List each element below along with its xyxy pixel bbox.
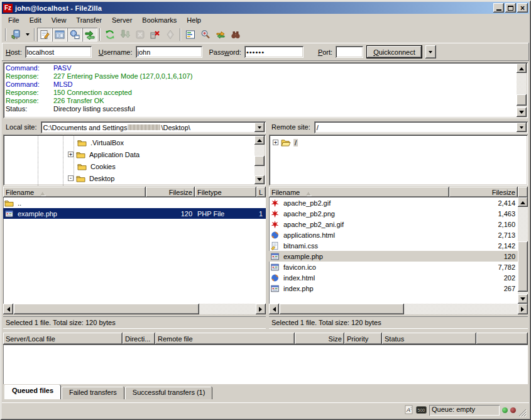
menu-bookmarks[interactable]: Bookmarks — [137, 14, 182, 26]
reconnect-button[interactable] — [163, 28, 178, 41]
log-scrollbar[interactable] — [517, 64, 527, 117]
remote-site-dropdown-button[interactable] — [517, 123, 527, 132]
site-manager-dropdown-button[interactable] — [23, 28, 32, 41]
scroll-thumb[interactable] — [255, 156, 265, 166]
file-row[interactable]: favicon.ico 7,782 — [269, 262, 518, 272]
collapse-icon[interactable]: - — [68, 175, 74, 181]
scroll-thumb[interactable] — [14, 304, 199, 314]
log-line: Command:MLSD — [6, 80, 515, 89]
username-input[interactable] — [136, 46, 202, 58]
menu-edit[interactable]: Edit — [25, 14, 47, 26]
scroll-left-button[interactable] — [3, 304, 13, 314]
menu-server[interactable]: Server — [107, 14, 137, 26]
tree-item-root[interactable]: + / — [273, 136, 298, 148]
local-tree-scrollbar[interactable] — [255, 136, 265, 184]
local-site-label: Local site: — [3, 122, 41, 133]
column-header-filesize[interactable]: Filesize — [449, 187, 518, 197]
tree-item-virtualbox[interactable]: .VirtualBox — [77, 136, 125, 148]
menu-file[interactable]: File — [3, 14, 25, 26]
expand-icon[interactable]: + — [273, 140, 278, 145]
scroll-left-button[interactable] — [269, 304, 279, 314]
scroll-down-button[interactable] — [517, 108, 527, 117]
remote-path: / — [317, 124, 319, 131]
transfer-queue: Server/Local file Directi... Remote file… — [3, 333, 528, 399]
queue-status: Queue: empty — [429, 405, 500, 416]
host-input[interactable] — [25, 46, 92, 58]
scroll-thumb[interactable] — [517, 94, 527, 106]
password-input[interactable] — [244, 46, 304, 58]
file-row[interactable]: index.html 202 — [269, 272, 518, 283]
directory-comparison-button[interactable] — [198, 28, 213, 41]
synchronized-browsing-button[interactable] — [213, 28, 228, 41]
toggle-local-tree-button[interactable] — [52, 28, 67, 41]
apache-image-file-icon — [270, 220, 280, 229]
toggle-transfer-queue-button[interactable] — [82, 28, 97, 41]
transfer-queue-icon — [85, 30, 95, 40]
port-input[interactable] — [336, 46, 363, 58]
column-header-direction[interactable]: Directi... — [123, 333, 155, 345]
local-site-combo[interactable]: C:\Documents and Settings\Desktop\ — [41, 121, 266, 133]
scroll-right-button[interactable] — [256, 304, 266, 314]
scroll-thumb[interactable] — [280, 304, 404, 314]
scroll-up-button[interactable] — [517, 64, 527, 73]
tree-item-cookies[interactable]: Cookies — [77, 160, 117, 172]
close-button[interactable]: × — [517, 3, 528, 13]
tab-failed-transfers[interactable]: Failed transfers — [62, 387, 124, 399]
column-header-filename[interactable]: Filename — [269, 187, 449, 197]
tree-item-application-data[interactable]: + Application Data — [68, 148, 141, 160]
resize-grip[interactable] — [518, 409, 527, 417]
tab-successful-transfers[interactable]: Successful transfers (1) — [125, 387, 213, 399]
file-row[interactable]: apache_pb2.png 1,463 — [269, 208, 518, 219]
column-header-size[interactable]: Size — [295, 333, 344, 345]
scroll-thumb[interactable] — [518, 241, 528, 292]
refresh-button[interactable] — [102, 28, 118, 41]
file-row[interactable]: apache_pb2.gif 2,414 — [269, 197, 518, 208]
tab-queued-files[interactable]: Queued files — [4, 385, 61, 399]
parent-directory-row[interactable]: .. — [3, 197, 266, 208]
process-queue-button[interactable] — [118, 28, 133, 41]
quickconnect-dropdown-button[interactable] — [425, 45, 436, 58]
expand-icon[interactable]: + — [68, 152, 74, 157]
column-header-status[interactable]: Status — [382, 333, 476, 345]
menu-view[interactable]: View — [47, 14, 72, 26]
column-header-filename[interactable]: Filename — [3, 187, 146, 197]
cancel-button[interactable] — [133, 28, 148, 41]
site-manager-icon — [11, 30, 21, 40]
filter-button[interactable] — [183, 28, 198, 41]
menu-transfer[interactable]: Transfer — [71, 14, 107, 26]
scroll-right-button[interactable] — [518, 304, 528, 314]
column-header-priority[interactable]: Priority — [344, 333, 382, 345]
data-connection-led-icon — [502, 407, 508, 413]
menu-help[interactable]: Help — [182, 14, 206, 26]
quickconnect-button[interactable]: Quickconnect — [366, 45, 422, 58]
site-manager-button[interactable] — [8, 28, 23, 41]
column-header-server-local-file[interactable]: Server/Local file — [3, 333, 123, 345]
find-files-button[interactable] — [228, 28, 243, 41]
process-queue-icon — [120, 30, 130, 40]
column-header-filetype[interactable]: Filetype — [195, 187, 256, 197]
column-header-remote-file[interactable]: Remote file — [155, 333, 295, 345]
maximize-button[interactable] — [505, 3, 516, 13]
file-row[interactable]: bitnami.css 2,142 — [269, 240, 518, 251]
column-header-filesize[interactable]: Filesize — [146, 187, 195, 197]
disconnect-button[interactable] — [148, 28, 163, 41]
file-row[interactable]: apache_pb2_ani.gif 2,160 — [269, 219, 518, 229]
scroll-up-button[interactable] — [518, 197, 528, 207]
file-row-example-php[interactable]: example.php 120 PHP File 1 — [3, 208, 266, 219]
file-row[interactable]: index.php 267 — [269, 283, 518, 294]
column-header-last-modified[interactable]: L — [256, 187, 266, 197]
tree-item-desktop[interactable]: - Desktop — [68, 172, 116, 184]
local-horizontal-scrollbar[interactable] — [3, 304, 266, 314]
file-row[interactable]: applications.html 2,713 — [269, 229, 518, 240]
file-row-selected[interactable]: example.php 120 — [269, 251, 518, 262]
scroll-up-button[interactable] — [255, 136, 265, 145]
remote-site-combo[interactable]: / — [314, 121, 528, 133]
local-site-dropdown-button[interactable] — [255, 123, 265, 132]
scroll-down-button[interactable] — [518, 294, 528, 304]
scroll-down-button[interactable] — [255, 175, 265, 184]
minimize-button[interactable] — [493, 3, 504, 13]
remote-list-scrollbar[interactable] — [518, 197, 528, 304]
remote-horizontal-scrollbar[interactable] — [269, 304, 528, 314]
toggle-remote-tree-button[interactable] — [67, 28, 82, 41]
toggle-message-log-button[interactable] — [37, 28, 52, 41]
